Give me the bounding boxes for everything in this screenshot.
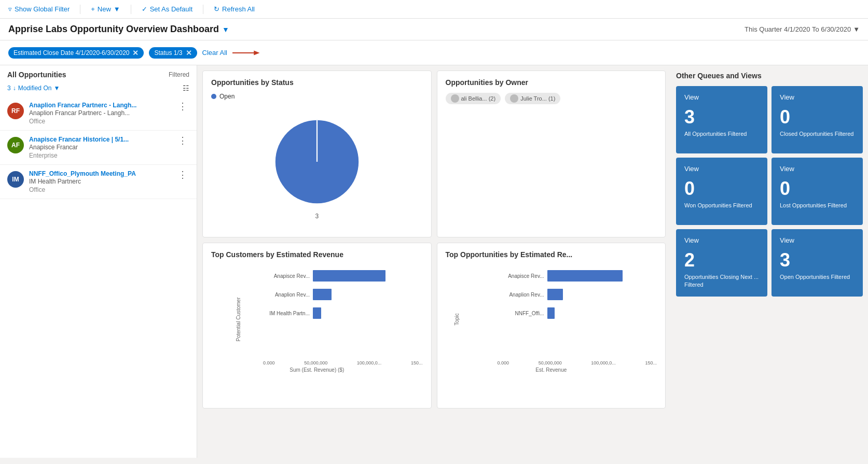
queue-card-closing[interactable]: View 2 Opportunities Closing Next ... Fi… — [676, 229, 767, 297]
bar-fill-2 — [313, 289, 332, 300]
opp-bar-fill-2 — [547, 289, 563, 300]
bar-row-3: IM Health Partn... — [263, 307, 423, 319]
queue-desc-open: Open Opportunities Filtered — [780, 273, 855, 281]
main-content: All Opportunities Filtered 3 ↓ Modified … — [0, 65, 868, 458]
list-view-icon[interactable]: ☷ — [183, 84, 189, 92]
queue-desc-won: Won Opportunities Filtered — [684, 202, 759, 209]
queue-view-label-closed: View — [780, 93, 855, 101]
filter-bar: Estimated Close Date 4/1/2020-6/30/2020 … — [0, 40, 868, 65]
date-filter-chip[interactable]: Estimated Close Date 4/1/2020-6/30/2020 … — [8, 47, 144, 59]
sort-control[interactable]: 3 ↓ Modified On ▼ — [7, 85, 60, 92]
clear-all-button[interactable]: Clear All — [202, 49, 227, 57]
owner-chip-2[interactable]: Julie Tro... (1) — [505, 93, 560, 104]
bar-label-3: IM Health Partn... — [263, 311, 310, 316]
chevron-down-icon: ▼ — [114, 5, 120, 13]
filter-icon: ▿ — [8, 5, 12, 13]
bar-row-1: Anapisce Rev... — [263, 270, 423, 282]
customers-chart-title: Top Customers by Estimated Revenue — [211, 250, 423, 259]
opp-bar-row-2: Anaplion Rev... — [498, 289, 657, 300]
list-controls: 3 ↓ Modified On ▼ ☷ — [0, 82, 197, 96]
separator3 — [203, 5, 203, 14]
queue-desc-lost: Lost Opportunities Filtered — [780, 202, 855, 209]
top-customers-card: Top Customers by Estimated Revenue Poten… — [202, 243, 432, 409]
opp-details: NNFF_Offico_Plymouth Meeting_PA IM Healt… — [29, 170, 171, 193]
customers-y-label: Potential Customer — [236, 297, 241, 341]
queue-card-closed[interactable]: View 0 Closed Opportunities Filtered — [771, 86, 863, 153]
panel-filtered-label: Filtered — [169, 71, 189, 78]
status-chart-title: Opportunities by Status — [211, 78, 423, 87]
customers-x-label: Sum (Est. Revenue) ($) — [211, 367, 423, 373]
check-icon: ✓ — [142, 5, 147, 13]
right-panel: Other Queues and Views View 3 All Opport… — [671, 65, 868, 458]
opp-bar-row-3: NNFF_Offi... — [498, 307, 657, 319]
svg-marker-1 — [254, 50, 259, 55]
avatar: RF — [7, 103, 24, 119]
status-filter-chip[interactable]: Status 1/3 ✕ — [149, 47, 197, 59]
bottom-chart-row: Top Customers by Estimated Revenue Poten… — [202, 243, 666, 409]
opp-name: Anaplion Francar Partnerc - Langh... — [29, 102, 171, 109]
avatar: IM — [7, 171, 24, 188]
opportunity-item[interactable]: IM NNFF_Offico_Plymouth Meeting_PA IM He… — [0, 165, 197, 199]
queue-count-all: 3 — [684, 106, 759, 128]
refresh-icon: ↻ — [214, 5, 219, 13]
bar-fill-3 — [313, 307, 321, 319]
opportunities-y-label: Topic — [454, 313, 460, 325]
bar-label-2: Anaplion Rev... — [263, 292, 310, 298]
left-panel: All Opportunities Filtered 3 ↓ Modified … — [0, 65, 197, 458]
opportunity-item[interactable]: RF Anaplion Francar Partnerc - Langh... … — [0, 96, 197, 131]
panel-header: All Opportunities Filtered — [0, 65, 197, 82]
opp-bar-label-2: Anaplion Rev... — [498, 292, 544, 298]
opp-type: Office — [29, 118, 171, 125]
opportunities-chart-title: Top Opportunities by Estimated Re... — [446, 250, 657, 259]
customers-x-axis: 0.00050,000,000100,000,0...150... — [263, 360, 423, 365]
queue-count-lost: 0 — [780, 178, 855, 200]
top-chart-row: Opportunities by Status Open 3 Opportuni… — [202, 71, 666, 237]
opportunity-list: RF Anaplion Francar Partnerc - Langh... … — [0, 96, 197, 458]
show-global-filter-button[interactable]: ▿ Show Global Filter — [8, 5, 70, 13]
queue-view-label-open: View — [780, 236, 855, 244]
item-menu-button[interactable]: ⋮ — [176, 136, 189, 145]
arrow-indicator — [232, 48, 264, 58]
avatar: AF — [7, 137, 24, 153]
opp-type: Enterprise — [29, 152, 171, 159]
separator2 — [131, 5, 131, 14]
owner-chip-1[interactable]: ali Bellia... (2) — [446, 93, 501, 104]
sort-chevron: ▼ — [53, 85, 60, 92]
queue-card-all[interactable]: View 3 All Opportunities Filtered — [676, 86, 767, 153]
bar-label-1: Anapisce Rev... — [263, 273, 310, 279]
set-as-default-button[interactable]: ✓ Set As Default — [142, 5, 192, 13]
owner-avatar-1 — [451, 94, 459, 103]
opp-bar-row-1: Anapisce Rev... — [498, 270, 657, 282]
opp-bar-label-3: NNFF_Offi... — [498, 311, 544, 316]
opportunities-bars: Anapisce Rev... Anaplion Rev... NNFF_Off… — [498, 265, 657, 319]
pie-chart-area: 3 — [211, 105, 423, 230]
queue-desc-closed: Closed Opportunities Filtered — [780, 130, 855, 138]
queue-count-open: 3 — [780, 249, 855, 271]
opp-bar-fill-3 — [547, 307, 555, 319]
queue-desc-all: All Opportunities Filtered — [684, 130, 759, 138]
pie-chart-svg — [270, 115, 364, 208]
owner-label-1: ali Bellia... (2) — [461, 95, 496, 102]
item-menu-button[interactable]: ⋮ — [176, 102, 189, 111]
queue-view-label-closing: View — [684, 236, 759, 244]
customers-bars: Anapisce Rev... Anaplion Rev... IM Healt… — [263, 265, 423, 319]
queue-count-won: 0 — [684, 178, 759, 200]
queue-card-open[interactable]: View 3 Open Opportunities Filtered — [771, 229, 863, 297]
dashboard-title[interactable]: Apprise Labs Opportunity Overview Dashbo… — [8, 24, 229, 35]
queue-view-label-lost: View — [780, 165, 855, 173]
opportunities-x-axis: 0.00050,000,000100,000,0...150... — [498, 360, 657, 365]
new-button[interactable]: + New ▼ — [91, 5, 120, 13]
queue-card-won[interactable]: View 0 Won Opportunities Filtered — [676, 158, 767, 225]
date-filter-remove[interactable]: ✕ — [132, 49, 139, 57]
queue-view-label-won: View — [684, 165, 759, 173]
opportunity-item[interactable]: AF Anapisce Francar Historice | 5/1... A… — [0, 131, 197, 165]
refresh-all-button[interactable]: ↻ Refresh All — [214, 5, 255, 13]
title-dropdown-arrow: ▼ — [222, 25, 229, 34]
queue-card-lost[interactable]: View 0 Lost Opportunities Filtered — [771, 158, 863, 225]
top-opportunities-card: Top Opportunities by Estimated Re... Top… — [437, 243, 666, 409]
status-filter-remove[interactable]: ✕ — [186, 49, 192, 57]
date-range[interactable]: This Quarter 4/1/2020 To 6/30/2020 ▼ — [745, 25, 860, 33]
owner-label-2: Julie Tro... (1) — [520, 95, 555, 102]
item-menu-button[interactable]: ⋮ — [176, 170, 189, 179]
opp-bar-label-1: Anapisce Rev... — [498, 273, 544, 279]
